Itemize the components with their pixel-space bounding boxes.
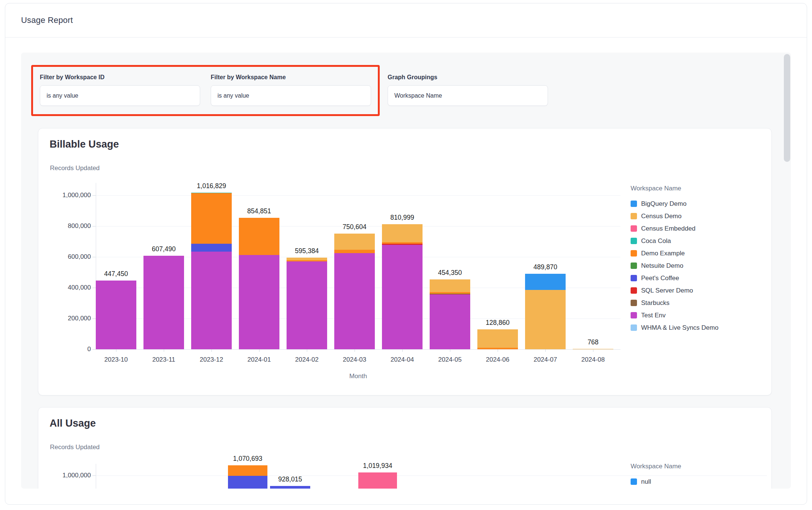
bar-segment-demo-example[interactable]	[334, 250, 375, 253]
legend-swatch	[631, 324, 637, 331]
vertical-scrollbar-thumb[interactable]	[784, 54, 790, 162]
graph-groupings-input[interactable]: Workspace Name	[388, 85, 548, 106]
legend-label: SQL Server Demo	[641, 287, 693, 294]
bar-segment-test-env[interactable]	[287, 261, 327, 349]
bar-total-label: 607,490	[132, 245, 196, 253]
x-tick	[307, 349, 307, 352]
bar-segment-test-env[interactable]	[430, 294, 470, 349]
legend-swatch	[631, 312, 637, 318]
bar-total-label: 128,860	[466, 319, 530, 327]
legend-swatch	[631, 263, 637, 269]
bar-segment-demo-example[interactable]	[287, 260, 327, 262]
legend-swatch	[631, 225, 637, 232]
x-tick-label: 2023-11	[137, 356, 190, 364]
bar-total-label: 595,384	[275, 247, 339, 255]
bar-segment-coca-cola[interactable]	[191, 193, 232, 193]
legend-swatch	[631, 201, 637, 207]
bar-segment-test-env[interactable]	[143, 256, 184, 349]
bar-segment-test-env[interactable]	[382, 245, 423, 349]
billable-usage-card: Billable Usage Records Updated 0200,0004…	[38, 128, 772, 395]
y-tick-label: 1,000,000	[42, 192, 91, 199]
bar-segment-test-env[interactable]	[239, 255, 279, 349]
bar-segment-census-demo[interactable]	[382, 224, 423, 242]
legend-item-netsuite-demo[interactable]: Netsuite Demo	[631, 260, 718, 272]
bar-segment-demo-example[interactable]	[239, 218, 279, 255]
x-tick-label: 2024-01	[233, 356, 285, 364]
legend-label: null	[641, 478, 651, 486]
y-tick	[92, 475, 96, 476]
x-tick-label: 2024-04	[376, 356, 429, 364]
bar-segment[interactable]	[358, 472, 397, 489]
workspace-name-filter-input[interactable]: is any value	[211, 85, 371, 106]
bar-segment-test-env[interactable]	[96, 281, 136, 349]
legend-item-coca-cola[interactable]: Coca Cola	[631, 235, 718, 247]
legend-label: Demo Example	[641, 250, 685, 257]
x-tick	[593, 349, 593, 352]
bar-segment-census-demo[interactable]	[525, 290, 566, 349]
x-tick	[211, 349, 212, 352]
bar-total-label: 928,015	[258, 475, 322, 483]
legend-item-whma-live-syncs-demo[interactable]: WHMA & Live Syncs Demo	[631, 321, 718, 334]
bar-total-label: 810,999	[370, 214, 434, 222]
bar-segment[interactable]	[270, 486, 310, 489]
bar-segment-peet-s-coffee[interactable]	[191, 244, 232, 252]
bar-segment-census-demo[interactable]	[477, 329, 518, 348]
x-axis-title: Month	[317, 373, 400, 380]
bar-segment-test-env[interactable]	[191, 252, 232, 349]
y-axis-line	[96, 464, 96, 489]
legend-item-bigquery-demo[interactable]: BigQuery Demo	[631, 198, 718, 210]
x-tick	[259, 349, 260, 352]
legend-item-demo-example[interactable]: Demo Example	[631, 247, 718, 260]
x-tick-label: 2023-12	[185, 356, 238, 364]
x-tick-label: 2024-03	[328, 356, 381, 364]
x-tick	[498, 349, 498, 352]
legend-label: WHMA & Live Syncs Demo	[641, 324, 718, 332]
legend-label: Starbucks	[641, 299, 670, 307]
bar-segment-sql-server-demo[interactable]	[382, 244, 423, 245]
all-usage-card: All Usage Records Updated 1,000,0001,070…	[38, 407, 772, 489]
legend-item-sql-server-demo[interactable]: SQL Server Demo	[631, 284, 718, 297]
workspace-name-filter: Filter by Workspace Name is any value	[211, 74, 371, 106]
legend-label: BigQuery Demo	[641, 200, 687, 208]
legend-item-census-embedded[interactable]: Census Embedded	[631, 222, 718, 235]
legend-swatch	[631, 300, 637, 306]
legend-item-peet-s-coffee[interactable]: Peet's Coffee	[631, 272, 718, 284]
bar-segment-demo-example[interactable]	[191, 193, 232, 244]
legend-item-null[interactable]: null	[631, 475, 681, 488]
bar-total-label: 1,070,693	[216, 455, 280, 463]
bar-segment-sql-server-demo[interactable]	[430, 294, 470, 294]
legend-swatch	[631, 275, 637, 281]
page-header: Usage Report	[5, 3, 807, 38]
x-tick	[545, 349, 546, 352]
bar-segment-demo-example[interactable]	[382, 242, 423, 244]
bar-segment-bigquery-demo[interactable]	[525, 274, 566, 290]
y-tick	[92, 195, 96, 196]
legend-label: Netsuite Demo	[641, 262, 683, 270]
x-tick-label: 2024-05	[424, 356, 476, 364]
workspace-name-filter-label: Filter by Workspace Name	[211, 74, 371, 81]
y-tick-label: 600,000	[42, 253, 91, 261]
legend-item-census-demo[interactable]: Census Demo	[631, 210, 718, 222]
legend-swatch	[631, 213, 637, 219]
bar-segment-census-demo[interactable]	[287, 258, 327, 260]
bar-segment-census-demo[interactable]	[430, 279, 470, 292]
legend-swatch	[631, 250, 637, 257]
workspace-id-filter-input[interactable]: is any value	[40, 85, 200, 106]
legend-label: Census Embedded	[641, 225, 696, 232]
bar-segment-netsuite-demo[interactable]	[430, 294, 470, 294]
x-tick-label: 2024-06	[471, 356, 524, 364]
x-tick-label: 2024-08	[567, 356, 619, 364]
legend-item-starbucks[interactable]: Starbucks	[631, 297, 718, 309]
legend-swatch	[631, 287, 637, 294]
filters-row: Filter by Workspace ID is any value Filt…	[31, 65, 791, 116]
billable-legend-title: Workspace Name	[631, 185, 718, 192]
bar-segment-demo-example[interactable]	[430, 292, 470, 294]
y-tick	[92, 257, 96, 257]
x-axis-line	[96, 349, 620, 350]
bar-segment[interactable]	[228, 465, 267, 476]
bar-segment-census-demo[interactable]	[334, 234, 375, 250]
x-tick	[402, 349, 403, 352]
y-tick-label: 0	[42, 346, 91, 353]
bar-segment-test-env[interactable]	[334, 253, 375, 349]
legend-item-test-env[interactable]: Test Env	[631, 309, 718, 321]
